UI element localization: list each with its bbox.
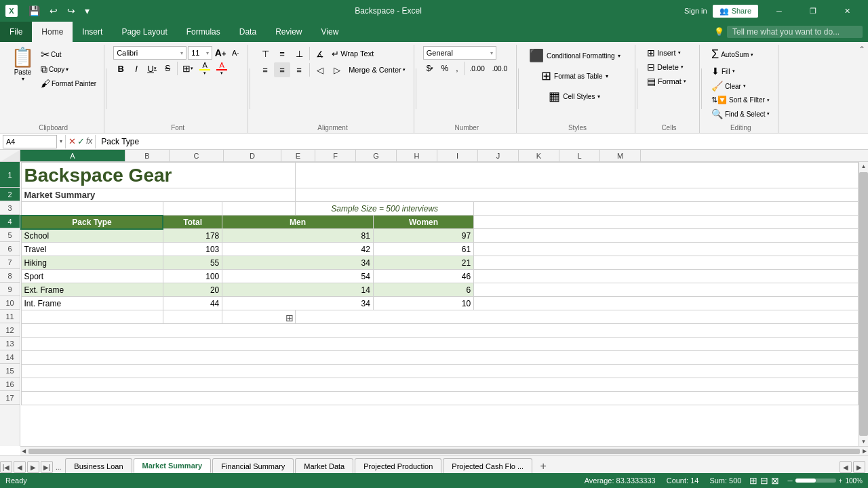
cell-b11[interactable]: [163, 310, 222, 324]
cell-b3[interactable]: [163, 202, 222, 216]
h-scroll-thumb[interactable]: [28, 449, 860, 454]
row-num-7[interactable]: 7: [0, 256, 20, 269]
cell-a4[interactable]: Pack Type: [21, 216, 163, 229]
vertical-scrollbar[interactable]: ▲ ▼: [859, 162, 868, 446]
cell-b9[interactable]: 20: [163, 283, 222, 297]
row-num-15[interactable]: 15: [0, 364, 20, 378]
cell-d1[interactable]: [296, 163, 859, 188]
italic-button[interactable]: I: [129, 61, 144, 76]
cell-a7[interactable]: Hiking: [21, 256, 163, 270]
zoom-slider[interactable]: [795, 479, 836, 483]
col-header-k[interactable]: K: [519, 150, 559, 161]
undo-button[interactable]: ↩: [47, 4, 60, 18]
sheet-next-button[interactable]: ▶: [27, 461, 39, 473]
cell-e7[interactable]: 21: [373, 256, 473, 270]
align-right-button[interactable]: ≡: [291, 62, 307, 77]
sheet-tab-projected-cash-flow[interactable]: Projected Cash Flo ...: [443, 458, 532, 473]
insert-cells-button[interactable]: ⊞ Insert ▾: [644, 46, 684, 60]
cell-a10[interactable]: Int. Frame: [21, 297, 163, 310]
cut-button[interactable]: ✂ Cut: [39, 47, 98, 62]
cell-d3[interactable]: Sample Size = 500 interviews: [296, 202, 474, 216]
sort-filter-button[interactable]: ⇅🔽 Sort & Filter ▾: [709, 94, 772, 106]
delete-cells-button[interactable]: ⊟ Delete ▾: [644, 60, 686, 74]
tab-scroll-right[interactable]: ▶: [853, 461, 865, 473]
scroll-left-button[interactable]: ◀: [20, 447, 27, 455]
cell-c5[interactable]: 81: [222, 229, 374, 243]
row-num-6[interactable]: 6: [0, 242, 20, 256]
tab-review[interactable]: Review: [266, 22, 311, 42]
col-header-c[interactable]: C: [170, 150, 224, 161]
formula-cancel-button[interactable]: ✕: [68, 136, 76, 146]
sheet-tab-market-data[interactable]: Market Data: [295, 458, 353, 473]
cell-e9[interactable]: 6: [373, 283, 473, 297]
merge-center-button[interactable]: Merge & Center ▾: [346, 62, 408, 77]
cell-g10[interactable]: [474, 297, 859, 310]
tab-file[interactable]: File: [0, 22, 32, 42]
cell-a17[interactable]: [21, 392, 859, 405]
underline-button[interactable]: U ▾: [144, 61, 159, 76]
paste-button[interactable]: 📋 Paste ▾: [8, 46, 37, 83]
cell-g4[interactable]: [474, 216, 859, 229]
decrease-decimal-button[interactable]: .00.0: [489, 61, 511, 76]
auto-sum-button[interactable]: Σ AutoSum ▾: [709, 46, 756, 63]
col-header-h[interactable]: H: [397, 150, 437, 161]
cell-a5[interactable]: School: [21, 229, 163, 243]
font-size-box[interactable]: 11 ▾: [188, 46, 212, 60]
col-header-i[interactable]: I: [437, 150, 478, 161]
minimize-button[interactable]: ─: [764, 0, 795, 22]
restore-button[interactable]: ❐: [797, 0, 829, 22]
cell-c10[interactable]: 34: [222, 297, 374, 310]
cell-c9[interactable]: 14: [222, 283, 374, 297]
cell-d11[interactable]: [296, 310, 859, 324]
cell-d2[interactable]: [296, 188, 859, 202]
row-num-12[interactable]: 12: [0, 323, 20, 337]
bold-button[interactable]: B: [113, 61, 128, 76]
col-header-g[interactable]: G: [356, 150, 397, 161]
cell-a6[interactable]: Travel: [21, 243, 163, 256]
row-num-10[interactable]: 10: [0, 296, 20, 310]
page-layout-view-button[interactable]: ⊟: [760, 475, 768, 486]
add-sheet-button[interactable]: +: [536, 460, 550, 473]
cell-g3[interactable]: [474, 202, 859, 216]
zoom-out-button[interactable]: ─: [787, 477, 792, 485]
zoom-in-button[interactable]: +: [839, 477, 843, 485]
sheet-last-button[interactable]: ▶|: [41, 461, 53, 473]
align-bottom-button[interactable]: ⊥: [291, 46, 307, 61]
number-format-box[interactable]: General ▾: [423, 46, 496, 60]
scroll-right-button[interactable]: ▶: [861, 447, 868, 455]
row-num-17[interactable]: 17: [0, 391, 20, 405]
cell-c8[interactable]: 54: [222, 270, 374, 283]
align-top-button[interactable]: ⊤: [257, 46, 273, 61]
cell-a12[interactable]: [21, 324, 859, 338]
row-num-3[interactable]: 3: [0, 201, 20, 215]
wrap-text-button[interactable]: ↵ Wrap Text: [329, 46, 376, 61]
cell-g7[interactable]: [474, 256, 859, 270]
borders-button[interactable]: ⊞▾: [180, 61, 196, 76]
sheet-tab-market-summary[interactable]: Market Summary: [134, 458, 212, 473]
scroll-thumb[interactable]: [859, 172, 868, 436]
increase-indent-button[interactable]: ▷: [329, 62, 345, 77]
tab-insert[interactable]: Insert: [73, 22, 112, 42]
format-as-table-button[interactable]: ⊞ Format as Table ▾: [526, 66, 624, 85]
tab-home[interactable]: Home: [32, 22, 73, 42]
angle-text-button[interactable]: ∡: [312, 46, 328, 61]
row-num-8[interactable]: 8: [0, 269, 20, 283]
sheet-tab-financial-summary[interactable]: Financial Summary: [212, 458, 294, 473]
tab-view[interactable]: View: [312, 22, 349, 42]
cell-b7[interactable]: 55: [163, 256, 222, 270]
customize-qat-button[interactable]: ▾: [82, 4, 92, 18]
cell-e6[interactable]: 61: [373, 243, 473, 256]
fill-button[interactable]: ⬇ Fill ▾: [709, 64, 738, 78]
row-num-9[interactable]: 9: [0, 283, 20, 296]
scroll-down-button[interactable]: ▼: [860, 437, 868, 446]
scroll-up-button[interactable]: ▲: [860, 162, 868, 171]
decrease-indent-button[interactable]: ◁: [312, 62, 328, 77]
normal-view-button[interactable]: ⊞: [749, 475, 757, 486]
cell-styles-button[interactable]: ▦ Cell Styles ▾: [526, 87, 624, 106]
cell-c11[interactable]: ⊞: [222, 310, 296, 324]
tab-scroll-left[interactable]: ◀: [840, 461, 852, 473]
cell-c7[interactable]: 34: [222, 256, 374, 270]
align-left-button[interactable]: ≡: [257, 62, 273, 77]
redo-button[interactable]: ↪: [64, 4, 78, 18]
find-select-button[interactable]: 🔍 Find & Select ▾: [709, 107, 772, 121]
